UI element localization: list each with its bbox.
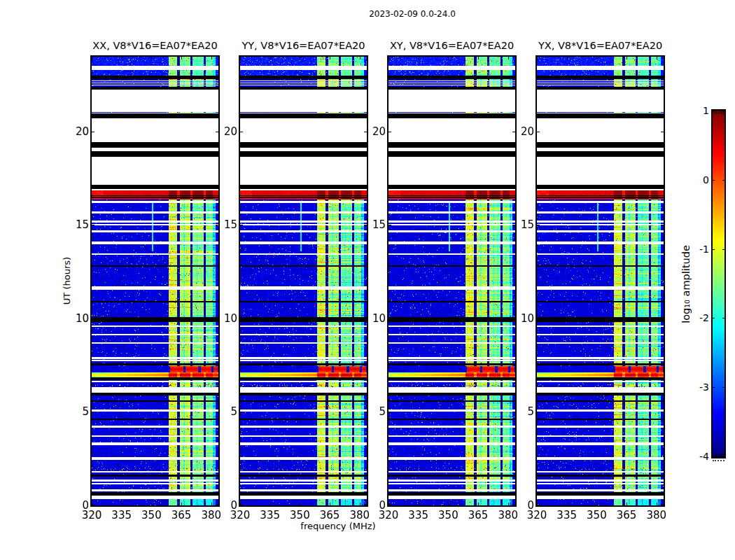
colorbar-tick-label: 1: [680, 104, 709, 117]
x-tick-label: 365: [166, 509, 197, 522]
y-tick-label: 15: [208, 218, 237, 232]
heatmap-canvas-yx: [537, 57, 664, 505]
colorbar-minor-dots: [713, 460, 724, 461]
colorbar-canvas: [713, 111, 724, 457]
y-tick-label: 20: [208, 125, 237, 139]
panel-xy-title: XY, V8*V16=EA07*EA20: [373, 40, 531, 51]
x-tick-label: 335: [552, 509, 582, 522]
heatmap-canvas-yy: [240, 57, 367, 505]
y-tick-label: 10: [505, 312, 534, 326]
spectrogram-figure: 2023-02-09 0.0-24.0 UT (hours) frequency…: [0, 0, 735, 560]
x-tick-label: 365: [463, 509, 493, 522]
x-tick-label: 350: [581, 509, 612, 522]
panel-yy-title: YY, V8*V16=EA07*EA20: [225, 40, 382, 51]
panel-xx: XX, V8*V16=EA07*EA20 3203353503653800510…: [92, 57, 218, 505]
heatmap-canvas-xx: [92, 57, 218, 505]
panel-yx-title: YX, V8*V16=EA07*EA20: [522, 40, 679, 51]
x-axis-label: frequency (MHz): [268, 521, 408, 531]
panel-xx-title: XX, V8*V16=EA07*EA20: [76, 40, 234, 51]
y-tick-label: 10: [208, 312, 237, 326]
y-tick-label: 15: [356, 218, 386, 232]
heatmap-canvas-xy: [388, 57, 515, 505]
x-tick-label: 335: [403, 509, 434, 522]
colorbar-tick-label: -3: [680, 381, 709, 393]
x-tick-label: 365: [611, 509, 642, 522]
y-tick-label: 5: [208, 405, 237, 419]
colorbar-tick-label: -4: [680, 450, 709, 463]
y-tick-label: 0: [505, 498, 534, 512]
y-tick-label: 0: [59, 498, 89, 512]
x-tick-label: 350: [284, 509, 315, 522]
x-tick-label: 335: [106, 509, 137, 522]
y-tick-label: 15: [59, 218, 89, 232]
x-tick-label: 365: [314, 509, 345, 522]
y-tick-label: 5: [505, 405, 534, 419]
x-tick-label: 380: [641, 509, 672, 522]
figure-title: 2023-02-09 0.0-24.0: [279, 9, 545, 19]
colorbar: 10-1-2-3-4: [713, 111, 724, 457]
y-tick-label: 10: [356, 312, 386, 326]
y-tick-label: 15: [505, 218, 534, 232]
y-tick-label: 5: [59, 405, 89, 419]
x-tick-label: 335: [255, 509, 286, 522]
colorbar-label: log₁₀ amplitude: [680, 235, 694, 333]
panel-yx: YX, V8*V16=EA07*EA20 3203353503653800510…: [537, 57, 664, 505]
y-tick-label: 0: [208, 498, 237, 512]
panel-yy: YY, V8*V16=EA07*EA20 3203353503653800510…: [240, 57, 367, 505]
y-axis-label: UT (hours): [62, 239, 76, 323]
x-tick-label: 350: [136, 509, 167, 522]
y-tick-label: 10: [59, 312, 89, 326]
y-tick-label: 5: [356, 405, 386, 419]
y-tick-label: 0: [356, 498, 386, 512]
panel-xy: XY, V8*V16=EA07*EA20 3203353503653800510…: [388, 57, 515, 505]
y-tick-label: 20: [356, 125, 386, 139]
y-tick-label: 20: [505, 125, 534, 139]
colorbar-tick-label: 0: [680, 174, 709, 186]
y-tick-label: 20: [59, 125, 89, 139]
x-tick-label: 350: [433, 509, 463, 522]
